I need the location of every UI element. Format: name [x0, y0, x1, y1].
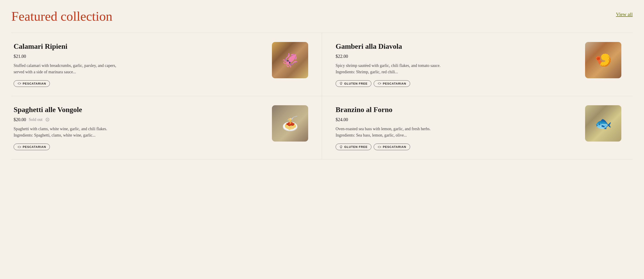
item-image	[585, 42, 621, 78]
item-name: Branzino al Forno	[336, 105, 578, 114]
item-description: Stuffed calamari with breadcrumbs, garli…	[14, 63, 122, 75]
menu-item[interactable]: Gamberi alla Diavola $22.00 Spicy shrimp…	[322, 33, 633, 96]
item-description: Spicy shrimp sautéed with garlic, chili …	[336, 63, 444, 75]
tag-label: GLUTEN FREE	[344, 145, 368, 149]
tag-label: PESCATARIAN	[383, 82, 406, 85]
tags-row: GLUTEN FREE PESCATARIAN	[336, 144, 578, 150]
item-content: Branzino al Forno $24.00 Oven-roasted se…	[336, 105, 585, 150]
svg-point-5	[378, 147, 379, 147]
item-name: Gamberi alla Diavola	[336, 42, 578, 51]
item-description: Spaghetti with clams, white wine, garlic…	[14, 126, 122, 139]
sold-out-label: Sold out	[29, 117, 42, 122]
price-row: $21.00	[14, 54, 265, 59]
tag-gluten-free: GLUTEN FREE	[336, 80, 372, 87]
item-image	[585, 105, 621, 142]
leaf-icon	[340, 145, 342, 149]
item-price: $21.00	[14, 54, 26, 59]
price-row: $22.00	[336, 54, 578, 59]
svg-point-3	[18, 147, 18, 147]
item-price: $22.00	[336, 54, 348, 59]
svg-point-0	[18, 83, 18, 84]
fish-icon	[378, 146, 381, 148]
fish-icon	[18, 146, 21, 148]
tag-pescatarian: PESCATARIAN	[14, 144, 50, 150]
item-image	[272, 42, 308, 78]
item-name: Spaghetti alle Vongole	[14, 105, 265, 114]
tag-pescatarian: PESCATARIAN	[374, 80, 410, 87]
sold-out-icon: ☹	[45, 117, 50, 122]
menu-item[interactable]: Spaghetti alle Vongole $20.00 Sold out ☹…	[11, 96, 322, 159]
tag-pescatarian: PESCATARIAN	[374, 144, 410, 150]
item-name: Calamari Ripieni	[14, 42, 265, 51]
page-header: Featured collection View all	[11, 9, 633, 24]
view-all-link[interactable]: View all	[616, 11, 633, 17]
tag-pescatarian: PESCATARIAN	[14, 80, 50, 87]
item-price: $20.00	[14, 117, 26, 122]
item-content: Gamberi alla Diavola $22.00 Spicy shrimp…	[336, 42, 585, 87]
tag-label: GLUTEN FREE	[344, 82, 368, 85]
tag-label: PESCATARIAN	[23, 82, 46, 85]
tags-row: PESCATARIAN	[14, 144, 265, 150]
page-title: Featured collection	[11, 9, 112, 24]
svg-point-2	[378, 83, 379, 84]
menu-grid: Calamari Ripieni $21.00 Stuffed calamari…	[11, 33, 633, 159]
menu-item[interactable]: Branzino al Forno $24.00 Oven-roasted se…	[322, 96, 633, 159]
tag-label: PESCATARIAN	[23, 145, 46, 149]
item-content: Calamari Ripieni $21.00 Stuffed calamari…	[14, 42, 272, 87]
tag-label: PESCATARIAN	[383, 145, 406, 149]
fish-icon	[378, 82, 381, 85]
item-price: $24.00	[336, 117, 348, 122]
tags-row: PESCATARIAN	[14, 80, 265, 87]
item-description: Oven-roasted sea bass with lemon, garlic…	[336, 126, 444, 139]
fish-icon	[18, 82, 21, 85]
item-content: Spaghetti alle Vongole $20.00 Sold out ☹…	[14, 105, 272, 150]
price-row: $24.00	[336, 117, 578, 122]
item-image	[272, 105, 308, 142]
tags-row: GLUTEN FREE PESCATARIAN	[336, 80, 578, 87]
price-row: $20.00 Sold out ☹	[14, 117, 265, 122]
menu-item[interactable]: Calamari Ripieni $21.00 Stuffed calamari…	[11, 33, 322, 96]
leaf-icon	[340, 82, 342, 85]
tag-gluten-free: GLUTEN FREE	[336, 144, 372, 150]
